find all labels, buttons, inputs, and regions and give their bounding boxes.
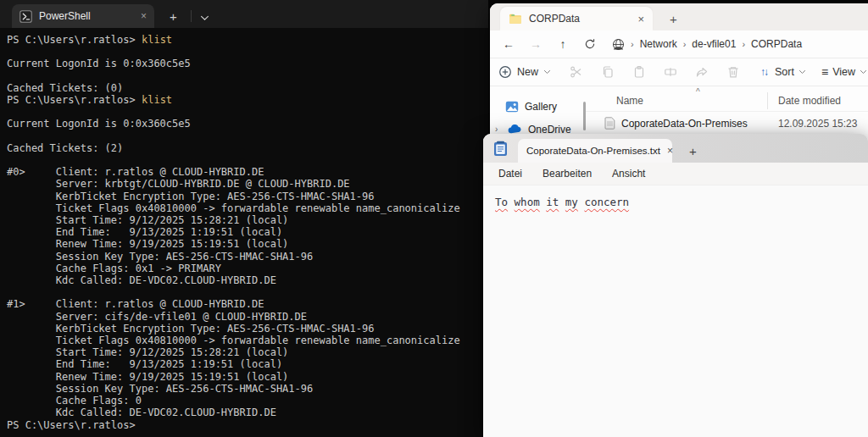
notepad-tab-close-icon[interactable]: × xyxy=(667,145,673,157)
network-globe-icon xyxy=(612,38,625,51)
text-file-icon xyxy=(604,117,615,130)
notepad-editor[interactable]: To whom it my concern xyxy=(483,185,868,208)
terminal-line xyxy=(7,130,488,142)
forward-button[interactable]: → xyxy=(522,37,549,51)
terminal-line: PS C:\Users\r.ratlos> klist xyxy=(7,94,488,106)
new-button-label: New xyxy=(517,66,538,78)
sidebar-item-gallery[interactable]: Gallery xyxy=(490,95,583,118)
terminal-tab-title: PowerShell xyxy=(39,10,134,22)
file-name: CoporateData-On-Premises xyxy=(621,118,748,130)
explorer-address-bar: ← → ↑ › Network › de-vfile01 › CORPData xyxy=(490,30,868,58)
paste-icon[interactable] xyxy=(632,65,646,79)
terminal-line: KerbTicket Encryption Type: AES-256-CTS-… xyxy=(7,191,488,202)
chevron-down-icon xyxy=(798,69,806,75)
file-date-modified: 12.09.2025 15:23 xyxy=(767,118,857,130)
menu-item-datei[interactable]: Datei xyxy=(488,168,532,180)
terminal-tab-powershell[interactable]: PowerShell × xyxy=(12,4,154,28)
terminal-output[interactable]: PS C:\Users\r.ratlos> klist Current Logo… xyxy=(0,28,488,431)
delete-icon[interactable] xyxy=(726,65,740,79)
terminal-line: Start Time: 9/12/2025 15:28:21 (local) xyxy=(7,214,488,226)
menu-item-ansicht[interactable]: Ansicht xyxy=(602,168,655,180)
explorer-tab-close-icon[interactable]: × xyxy=(637,13,644,25)
up-button[interactable]: ↑ xyxy=(549,37,576,51)
chevron-right-icon[interactable]: › xyxy=(495,124,502,134)
terminal-line: Current LogonId is 0:0x360c5e5 xyxy=(7,118,488,130)
notepad-menu-bar: Datei Bearbeiten Ansicht xyxy=(483,163,868,185)
terminal-line: PS C:\Users\r.ratlos> xyxy=(7,419,488,431)
column-header-date-modified[interactable]: Date modified xyxy=(767,92,841,109)
terminal-line: Server: cifs/de-vfile01 @ CLOUD-HYBRID.D… xyxy=(7,311,488,323)
terminal-line xyxy=(7,46,488,58)
terminal-dropdown-chevron-icon[interactable] xyxy=(200,15,209,21)
onedrive-cloud-icon xyxy=(508,124,522,134)
misspelled-word: it xyxy=(546,196,559,208)
rename-icon[interactable] xyxy=(664,65,677,79)
terminal-line xyxy=(7,70,488,82)
breadcrumb-separator: › xyxy=(742,39,745,49)
file-list-header: Name ^ Date modified xyxy=(586,90,868,112)
breadcrumb-item-corpdata[interactable]: CORPData xyxy=(751,38,802,50)
breadcrumb-separator: › xyxy=(631,39,634,49)
explorer-tab-title: CORPData xyxy=(529,13,631,25)
terminal-tab-bar: PowerShell × + xyxy=(0,0,488,28)
back-button[interactable]: ← xyxy=(495,37,522,51)
terminal-line: Kdc Called: DE-VDC02.CLOUD-HYBRID.DE xyxy=(7,407,488,418)
misspelled-word: To xyxy=(495,196,508,208)
terminal-line: End Time: 9/13/2025 1:19:51 (local) xyxy=(7,226,488,238)
notepad-app-icon xyxy=(493,141,508,157)
terminal-window: PowerShell × + PS C:\Users\r.ratlos> kli… xyxy=(0,0,488,437)
refresh-button[interactable] xyxy=(576,38,604,50)
column-header-name[interactable]: Name ^ xyxy=(586,95,767,107)
terminal-line xyxy=(7,286,488,298)
terminal-line: Session Key Type: AES-256-CTS-HMAC-SHA1-… xyxy=(7,251,488,263)
sort-button[interactable]: ↑↓ Sort xyxy=(760,66,806,78)
sort-ascending-icon: ^ xyxy=(696,87,700,97)
cut-icon[interactable] xyxy=(570,65,583,79)
sort-button-label: Sort xyxy=(775,66,794,78)
terminal-line: Cached Tickets: (2) xyxy=(7,142,488,154)
terminal-line: Server: krbtgt/CLOUD-HYBRID.DE @ CLOUD-H… xyxy=(7,178,488,190)
terminal-line: #1> Client: r.ratlos @ CLOUD-HYBRID.DE xyxy=(7,298,488,310)
breadcrumb[interactable]: › Network › de-vfile01 › CORPData xyxy=(612,38,802,51)
explorer-tab-corpdata[interactable]: CORPData × xyxy=(500,7,653,30)
terminal-line: #0> Client: r.ratlos @ CLOUD-HYBRID.DE xyxy=(7,166,488,178)
sidebar-item-label: Gallery xyxy=(525,101,557,113)
new-button[interactable]: New xyxy=(498,65,551,79)
view-list-icon: ≡ xyxy=(821,65,828,79)
terminal-tab-close-icon[interactable]: × xyxy=(141,10,147,22)
copy-icon[interactable] xyxy=(601,65,615,79)
terminal-line: Renew Time: 9/19/2025 15:19:51 (local) xyxy=(7,371,488,383)
misspelled-word: concern xyxy=(584,196,629,208)
breadcrumb-item-server[interactable]: de-vfile01 xyxy=(692,38,736,50)
terminal-line: End Time: 9/13/2025 1:19:51 (local) xyxy=(7,358,488,370)
view-button-label: View xyxy=(832,66,855,78)
misspelled-word: whom xyxy=(515,196,540,208)
terminal-line: Start Time: 9/12/2025 15:28:21 (local) xyxy=(7,346,488,358)
powershell-icon xyxy=(19,10,32,23)
explorer-tab-bar: CORPData × + xyxy=(490,3,868,30)
terminal-line: Ticket Flags 0x40810000 -> forwardable r… xyxy=(7,202,488,214)
explorer-new-tab-button[interactable]: + xyxy=(670,12,677,26)
terminal-line xyxy=(7,154,488,166)
chevron-down-icon xyxy=(543,69,551,75)
terminal-new-tab-button[interactable]: + xyxy=(170,9,177,24)
notepad-new-tab-button[interactable]: + xyxy=(689,144,697,158)
file-row-corporatedata[interactable]: CoporateData-On-Premises 12.09.2025 15:2… xyxy=(586,112,868,135)
terminal-line: PS C:\Users\r.ratlos> klist xyxy=(7,34,488,46)
notepad-text: To whom it my concern xyxy=(495,196,629,208)
explorer-toolbar: New ↑↓ xyxy=(490,58,868,86)
share-icon[interactable] xyxy=(695,65,709,79)
notepad-tab-document[interactable]: CoporateData-On-Premises.txt × xyxy=(518,139,672,163)
misspelled-word: my xyxy=(565,196,578,208)
terminal-line: Current LogonId is 0:0x360c5e5 xyxy=(7,58,488,69)
terminal-line: Cache Flags: 0x1 -> PRIMARY xyxy=(7,263,488,274)
terminal-line: Session Key Type: AES-256-CTS-HMAC-SHA1-… xyxy=(7,383,488,395)
terminal-line: Ticket Flags 0x40810000 -> forwardable r… xyxy=(7,335,488,346)
file-action-icons xyxy=(570,65,740,79)
terminal-line: Renew Time: 9/19/2025 15:19:51 (local) xyxy=(7,238,488,250)
terminal-line: Cache Flags: 0 xyxy=(7,395,488,407)
breadcrumb-item-network[interactable]: Network xyxy=(640,38,677,50)
new-plus-circle-icon xyxy=(498,65,512,79)
menu-item-bearbeiten[interactable]: Bearbeiten xyxy=(532,168,602,180)
view-button[interactable]: ≡ View xyxy=(821,65,867,79)
